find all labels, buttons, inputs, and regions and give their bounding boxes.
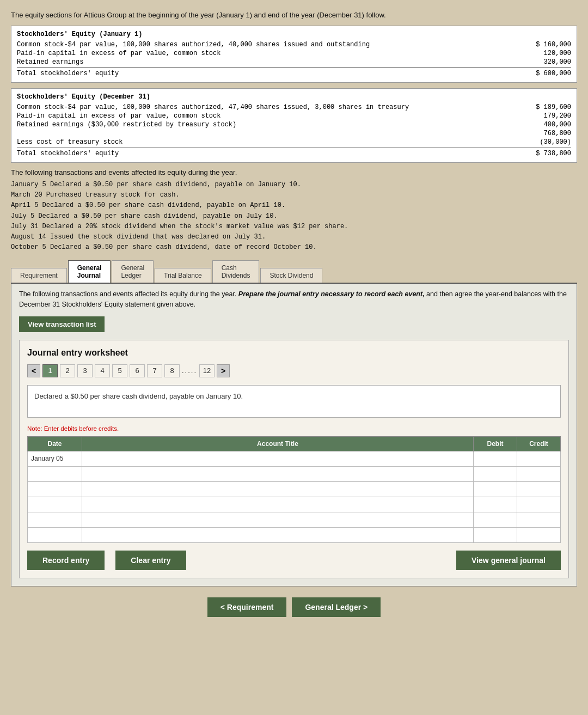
page-2[interactable]: 2 <box>60 364 75 377</box>
page-4[interactable]: 4 <box>95 364 110 377</box>
page-6[interactable]: 6 <box>130 364 145 377</box>
account-cell-3[interactable] <box>82 481 474 497</box>
table-row <box>28 481 561 497</box>
back-nav-button[interactable]: < Requirement <box>207 597 287 617</box>
table-row <box>28 466 561 481</box>
debit-cell-2[interactable] <box>474 466 517 481</box>
account-input-1[interactable] <box>85 455 470 462</box>
debit-input-3[interactable] <box>477 485 513 493</box>
tab-stock-dividend[interactable]: Stock Dividend <box>260 268 322 283</box>
page-dots: ..... <box>182 366 197 375</box>
debit-cell-5[interactable] <box>474 512 517 527</box>
intro-text: The equity sections for Atticus Group at… <box>11 11 577 19</box>
jan-equity-box: Stockholders' Equity (January 1) Common … <box>11 26 577 83</box>
account-cell-1[interactable] <box>82 451 474 466</box>
page-8[interactable]: 8 <box>164 364 180 377</box>
credit-cell-3[interactable] <box>517 481 561 497</box>
action-buttons: Record entry Clear entry View general jo… <box>27 551 561 570</box>
page-1[interactable]: 1 <box>42 364 58 377</box>
transactions-header: The following transactions and events af… <box>11 168 577 176</box>
page-12[interactable]: 12 <box>199 364 215 377</box>
tab-trial-balance[interactable]: Trial Balance <box>155 268 211 283</box>
tab-requirement[interactable]: Requirement <box>11 268 67 283</box>
jan-row-1: Common stock-$4 par value, 100,000 share… <box>17 40 571 49</box>
dec-equity-box: Stockholders' Equity (December 31) Commo… <box>11 88 577 163</box>
account-cell-4[interactable] <box>82 497 474 512</box>
account-input-2[interactable] <box>85 470 470 478</box>
account-cell-5[interactable] <box>82 512 474 527</box>
debit-input-4[interactable] <box>477 500 513 508</box>
note-text: Note: Enter debits before credits. <box>27 425 561 432</box>
prev-page-button[interactable]: < <box>27 364 40 377</box>
jan-row-total: Total stockholders' equity $ 600,000 <box>17 69 571 78</box>
col-header-credit: Credit <box>517 436 561 451</box>
date-cell-2 <box>28 466 82 481</box>
credit-cell-2[interactable] <box>517 466 561 481</box>
page-7[interactable]: 7 <box>147 364 162 377</box>
debit-cell-1[interactable] <box>474 451 517 466</box>
credit-input-1[interactable] <box>520 455 557 462</box>
tab-description: The following transactions and events af… <box>19 289 569 310</box>
credit-input-5[interactable] <box>520 516 557 523</box>
tab-bar: Requirement GeneralJournal GeneralLedger… <box>11 260 577 284</box>
account-cell-6[interactable] <box>82 527 474 542</box>
table-row <box>28 512 561 527</box>
debit-input-6[interactable] <box>477 531 513 539</box>
date-cell-3 <box>28 481 82 497</box>
dec-equity-title: Stockholders' Equity (December 31) <box>17 93 571 101</box>
debit-input-5[interactable] <box>477 516 513 523</box>
dec-row-3: Retained earnings ($30,000 restricted by… <box>17 120 571 129</box>
date-cell-5 <box>28 512 82 527</box>
worksheet-title: Journal entry worksheet <box>27 348 561 358</box>
account-cell-2[interactable] <box>82 466 474 481</box>
forward-nav-button[interactable]: General Ledger > <box>292 597 381 617</box>
dec-row-subtotal: 768,800 <box>17 129 571 138</box>
tab-cash-dividends[interactable]: CashDividends <box>212 260 260 283</box>
record-entry-button[interactable]: Record entry <box>27 551 105 570</box>
dec-row-2: Paid-in capital in excess of par value, … <box>17 112 571 120</box>
credit-cell-1[interactable] <box>517 451 561 466</box>
date-cell-1: January 05 <box>28 451 82 466</box>
col-header-debit: Debit <box>474 436 517 451</box>
page-3[interactable]: 3 <box>77 364 93 377</box>
transaction-item-1: January 5 Declared a $0.50 per share cas… <box>11 180 577 190</box>
debit-cell-3[interactable] <box>474 481 517 497</box>
debit-input-2[interactable] <box>477 470 513 478</box>
debit-input-1[interactable] <box>477 455 513 462</box>
view-transaction-button[interactable]: View transaction list <box>19 316 105 332</box>
journal-description: Declared a $0.50 per share cash dividend… <box>27 385 561 418</box>
tab-general-journal[interactable]: GeneralJournal <box>68 260 111 283</box>
transaction-item-5: July 31 Declared a 20% stock dividend wh… <box>11 222 577 232</box>
jan-row-3: Retained earnings 320,000 <box>17 58 571 66</box>
table-row <box>28 527 561 542</box>
account-input-5[interactable] <box>85 516 470 523</box>
dec-row-total: Total stockholders' equity $ 738,800 <box>17 149 571 158</box>
journal-table: Date Account Title Debit Credit January … <box>27 436 561 543</box>
col-header-account: Account Title <box>82 436 474 451</box>
credit-cell-6[interactable] <box>517 527 561 542</box>
debit-cell-6[interactable] <box>474 527 517 542</box>
tab-general-ledger[interactable]: GeneralLedger <box>112 260 154 283</box>
account-input-6[interactable] <box>85 531 470 539</box>
debit-cell-4[interactable] <box>474 497 517 512</box>
view-general-journal-button[interactable]: View general journal <box>456 551 561 570</box>
account-input-3[interactable] <box>85 485 470 493</box>
date-cell-6 <box>28 527 82 542</box>
pagination: < 1 2 3 4 5 6 7 8 ..... 12 > <box>27 364 561 377</box>
credit-input-6[interactable] <box>520 531 557 539</box>
page-container: The equity sections for Atticus Group at… <box>11 11 577 617</box>
table-row <box>28 497 561 512</box>
credit-input-2[interactable] <box>520 470 557 478</box>
dec-row-1: Common stock-$4 par value, 100,000 share… <box>17 103 571 112</box>
clear-entry-button[interactable]: Clear entry <box>115 551 186 570</box>
credit-cell-5[interactable] <box>517 512 561 527</box>
page-5[interactable]: 5 <box>112 364 127 377</box>
credit-cell-4[interactable] <box>517 497 561 512</box>
transaction-item-7: October 5 Declared a $0.50 per share cas… <box>11 242 577 253</box>
credit-input-3[interactable] <box>520 485 557 493</box>
credit-input-4[interactable] <box>520 500 557 508</box>
next-page-button[interactable]: > <box>217 364 230 377</box>
account-input-4[interactable] <box>85 500 470 508</box>
jan-equity-title: Stockholders' Equity (January 1) <box>17 30 571 38</box>
transaction-item-6: August 14 Issued the stock dividend that… <box>11 232 577 242</box>
